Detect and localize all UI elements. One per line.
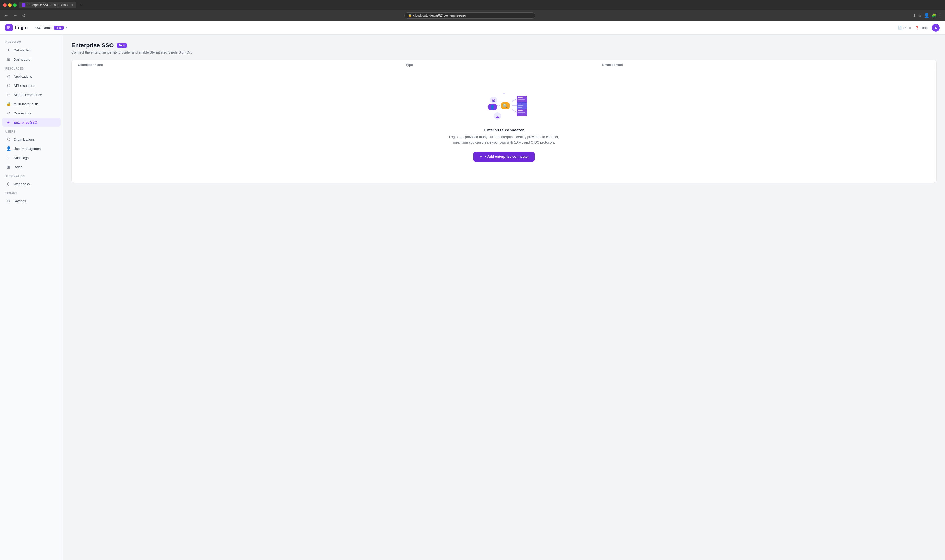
api-resources-icon: ⬡ (6, 83, 11, 88)
sidebar-section-resources: RESOURCES (0, 64, 63, 72)
sidebar-item-roles[interactable]: ▣Roles (2, 162, 61, 171)
sidebar-label-connectors: Connectors (14, 111, 31, 115)
col-connector-name: Connector name (78, 63, 406, 67)
main-content: Enterprise SSO Beta Connect the enterpri… (63, 35, 945, 560)
sign-in-experience-icon: ▭ (6, 92, 11, 97)
minimize-dot[interactable] (8, 3, 12, 7)
page-subtitle: Connect the enterprise identity provider… (71, 51, 937, 54)
sidebar-label-settings: Settings (14, 199, 26, 203)
new-tab-button[interactable]: + (78, 2, 84, 8)
docs-label: Docs (903, 26, 911, 30)
sidebar-item-settings[interactable]: ⚙Settings (2, 197, 61, 206)
sidebar-item-multi-factor-auth[interactable]: 🔒Multi-factor auth (2, 100, 61, 108)
sidebar-item-applications[interactable]: ◎Applications (2, 72, 61, 81)
svg-line-7 (512, 99, 517, 102)
sidebar-label-webhooks: Webhooks (14, 182, 30, 186)
header-actions: 📄 Docs ❓ Help S (898, 24, 940, 32)
maximize-dot[interactable] (13, 3, 17, 7)
tenant-chevron-icon[interactable]: ▾ (66, 26, 67, 29)
sidebar-item-user-management[interactable]: 👤User management (2, 144, 61, 153)
sidebar-label-applications: Applications (14, 74, 32, 78)
svg-rect-29 (518, 114, 522, 114)
svg-text:👤: 👤 (490, 105, 495, 110)
browser-dots (3, 3, 17, 7)
svg-rect-28 (518, 112, 525, 113)
add-enterprise-connector-button[interactable]: ＋ + Add enterprise connector (473, 152, 535, 162)
svg-rect-0 (7, 26, 9, 28)
close-dot[interactable] (3, 3, 6, 7)
enterprise-illustration: ⚙ 👤 🔍 ☁ (478, 86, 530, 128)
svg-rect-25 (518, 107, 522, 108)
forward-button[interactable]: → (12, 12, 18, 19)
sidebar-label-multi-factor-auth: Multi-factor auth (14, 102, 38, 106)
lock-icon: 🔒 (408, 14, 412, 17)
logo-text: Logto (15, 25, 28, 31)
settings-icon: ⚙ (6, 198, 11, 203)
logo-area: Logto SSO Demo Prod ▾ (5, 24, 68, 31)
profile-icon[interactable]: 👤 (924, 12, 930, 18)
user-avatar[interactable]: S (932, 24, 940, 32)
page-title: Enterprise SSO (71, 42, 114, 49)
help-link[interactable]: ❓ Help (915, 26, 928, 30)
app: Logto SSO Demo Prod ▾ 📄 Docs ❓ Help S OV… (0, 21, 945, 560)
nav-actions: ⬇ ☆ 👤 🧩 ⋮ (913, 12, 942, 18)
dashboard-icon: ⊞ (6, 57, 11, 62)
table-header: Connector name Type Email domain (72, 60, 936, 70)
sidebar-item-connectors[interactable]: ⊙Connectors (2, 109, 61, 118)
sidebar-item-webhooks[interactable]: ⬡Webhooks (2, 180, 61, 188)
download-icon[interactable]: ⬇ (913, 13, 916, 18)
svg-line-9 (512, 109, 517, 112)
bookmark-icon[interactable]: ☆ (918, 13, 922, 18)
sidebar-item-sign-in-experience[interactable]: ▭Sign-in experience (2, 90, 61, 99)
address-bar[interactable]: 🔒 cloud.logto.dev/ar024p/enterprise-sso (404, 12, 536, 18)
help-icon: ❓ (915, 26, 919, 30)
sidebar: OVERVIEW✦Get started⊞DashboardRESOURCES◎… (0, 35, 63, 560)
sidebar-item-get-started[interactable]: ✦Get started (2, 46, 61, 55)
sidebar-item-organizations[interactable]: ⬡Organizations (2, 135, 61, 144)
svg-rect-21 (518, 100, 522, 101)
sidebar-item-dashboard[interactable]: ⊞Dashboard (2, 55, 61, 64)
docs-link[interactable]: 📄 Docs (898, 26, 911, 30)
sidebar-section-users: USERS (0, 127, 63, 135)
svg-rect-2 (7, 28, 9, 29)
tab-close-button[interactable]: × (71, 3, 73, 6)
sidebar-item-api-resources[interactable]: ⬡API resources (2, 81, 61, 90)
enterprise-sso-icon: ◈ (6, 120, 11, 125)
svg-text:🔍: 🔍 (503, 103, 508, 108)
svg-rect-1 (9, 26, 11, 28)
get-started-icon: ✦ (6, 48, 11, 52)
browser-tab[interactable]: Enterprise SSO - Logto Cloud × (18, 2, 76, 8)
sidebar-item-audit-logs[interactable]: ≡Audit logs (2, 153, 61, 162)
svg-rect-23 (518, 104, 521, 105)
add-icon: ＋ (479, 154, 482, 159)
tenant-name: SSO Demo (34, 26, 52, 30)
add-button-label: + Add enterprise connector (485, 155, 529, 158)
menu-icon[interactable]: ⋮ (938, 13, 942, 18)
svg-rect-19 (518, 97, 523, 98)
multi-factor-auth-icon: 🔒 (6, 102, 11, 106)
browser-chrome: Enterprise SSO - Logto Cloud × + (0, 0, 945, 10)
svg-text:⚙: ⚙ (492, 98, 496, 103)
sidebar-section-overview: OVERVIEW (0, 38, 63, 45)
sidebar-label-audit-logs: Audit logs (14, 156, 29, 160)
extension-icon[interactable]: 🧩 (932, 13, 936, 18)
empty-state-description: Logto has provided many built-in enterpr… (449, 134, 559, 145)
sidebar-label-dashboard: Dashboard (14, 57, 31, 62)
sidebar-label-roles: Roles (14, 165, 22, 169)
back-button[interactable]: ← (3, 12, 9, 19)
address-text: cloud.logto.dev/ar024p/enterprise-sso (414, 14, 466, 17)
beta-badge: Beta (117, 43, 127, 48)
app-body: OVERVIEW✦Get started⊞DashboardRESOURCES◎… (0, 35, 945, 560)
svg-rect-24 (518, 105, 523, 106)
organizations-icon: ⬡ (6, 137, 11, 142)
empty-state: ⚙ 👤 🔍 ☁ (72, 70, 936, 183)
tab-title: Enterprise SSO - Logto Cloud (28, 3, 69, 7)
sidebar-label-enterprise-sso: Enterprise SSO (14, 120, 37, 125)
sidebar-item-enterprise-sso[interactable]: ◈Enterprise SSO (2, 118, 61, 127)
webhooks-icon: ⬡ (6, 182, 11, 186)
browser-nav: ← → ↺ 🔒 cloud.logto.dev/ar024p/enterpris… (0, 10, 945, 21)
reload-button[interactable]: ↺ (21, 12, 26, 19)
roles-icon: ▣ (6, 165, 11, 169)
tenant-info: SSO Demo Prod ▾ (34, 26, 67, 30)
sidebar-label-organizations: Organizations (14, 137, 35, 142)
